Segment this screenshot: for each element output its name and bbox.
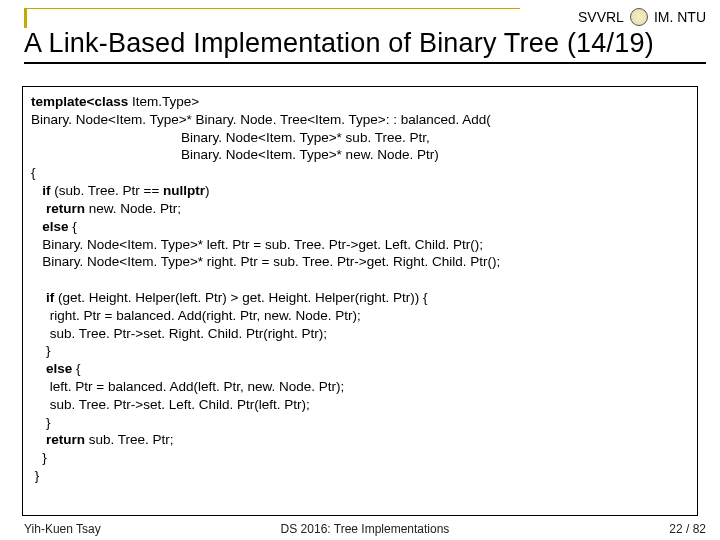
code-line: Binary. Node<Item. Type>* right. Ptr = s… xyxy=(31,253,689,271)
code-line: } xyxy=(31,342,689,360)
code-line: Binary. Node<Item. Type>* new. Node. Ptr… xyxy=(31,146,689,164)
slide-title: A Link-Based Implementation of Binary Tr… xyxy=(24,28,706,59)
footer-page-number: 22 / 82 xyxy=(669,522,706,536)
accent-vertical-rule xyxy=(24,8,27,28)
footer-author: Yih-Kuen Tsay xyxy=(24,522,101,536)
code-line: template<class Item.Type> xyxy=(31,93,689,111)
code-line: sub. Tree. Ptr->set. Left. Child. Ptr(le… xyxy=(31,396,689,414)
code-line: if (sub. Tree. Ptr == nullptr) xyxy=(31,182,689,200)
header: SVVRL IM. NTU xyxy=(578,8,706,26)
university-seal-icon xyxy=(630,8,648,26)
code-line: } xyxy=(31,414,689,432)
header-left-label: SVVRL xyxy=(578,9,624,25)
accent-top-rule xyxy=(24,8,520,9)
code-line: sub. Tree. Ptr->set. Right. Child. Ptr(r… xyxy=(31,325,689,343)
code-line: else { xyxy=(31,218,689,236)
code-line: if (get. Height. Helper(left. Ptr) > get… xyxy=(31,289,689,307)
code-listing: template<class Item.Type> Binary. Node<I… xyxy=(22,86,698,516)
code-line: return new. Node. Ptr; xyxy=(31,200,689,218)
title-underline xyxy=(24,62,706,64)
code-line: right. Ptr = balanced. Add(right. Ptr, n… xyxy=(31,307,689,325)
code-line xyxy=(31,271,689,289)
code-line: Binary. Node<Item. Type>* sub. Tree. Ptr… xyxy=(31,129,689,147)
footer-course: DS 2016: Tree Implementations xyxy=(281,522,450,536)
title-block: A Link-Based Implementation of Binary Tr… xyxy=(24,28,706,64)
code-line: } xyxy=(31,467,689,485)
code-line: Binary. Node<Item. Type>* left. Ptr = su… xyxy=(31,236,689,254)
code-line: left. Ptr = balanced. Add(left. Ptr, new… xyxy=(31,378,689,396)
code-line: { xyxy=(31,164,689,182)
slide-footer: Yih-Kuen Tsay DS 2016: Tree Implementati… xyxy=(24,522,706,536)
code-line: Binary. Node<Item. Type>* Binary. Node. … xyxy=(31,111,689,129)
code-line: return sub. Tree. Ptr; xyxy=(31,431,689,449)
code-line: else { xyxy=(31,360,689,378)
header-right-label: IM. NTU xyxy=(654,9,706,25)
code-line: } xyxy=(31,449,689,467)
